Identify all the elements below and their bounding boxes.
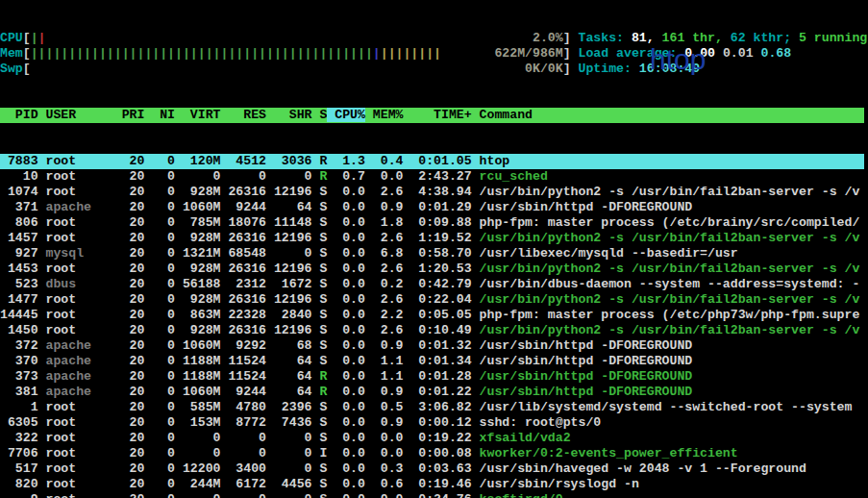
cpu-meter-gap (46, 31, 533, 45)
cell-res: 18076 (221, 215, 266, 230)
cell-user: apache (38, 354, 114, 368)
cell-ni: 0 (144, 154, 175, 168)
cell-state: S (311, 431, 327, 445)
spacer (571, 62, 579, 76)
cell-pid: 371 (0, 200, 38, 214)
process-row[interactable]: 806 root 20 0 785M 18076 11148 S 0.0 1.8… (0, 215, 864, 231)
cell-state: R (311, 169, 327, 184)
cell-res: 26316 (221, 323, 266, 337)
mem-meter-green-ticks: ||||||||||||||||||||||||||||||||||||||||… (31, 46, 373, 61)
cell-pid: 322 (0, 431, 38, 445)
cell-ni: 0 (144, 231, 175, 245)
process-row[interactable]: 373 apache 20 0 1188M 11524 64 R 0.0 1.1… (0, 369, 864, 385)
cell-pri: 20 (114, 415, 145, 430)
cell-state: S (311, 400, 327, 414)
process-row[interactable]: 381 apache 20 0 1060M 9244 64 R 0.0 0.9 … (0, 385, 864, 400)
cell-mem: 0.0 (365, 431, 404, 445)
process-row[interactable]: 1453 root 20 0 928M 26316 12196 S 0.0 2.… (0, 261, 864, 277)
meters-panel: CPU[|| 2.0%] Tasks: 81, 161 thr, 62 kthr… (0, 31, 868, 77)
column-header-shr[interactable]: SHR (266, 108, 311, 122)
process-row[interactable]: 370 apache 20 0 1188M 11524 64 S 0.0 1.1… (0, 354, 864, 369)
cell-shr: 0 (266, 492, 311, 498)
cell-pid: 1074 (0, 185, 38, 199)
process-row[interactable]: 14445 root 20 0 863M 22328 2840 S 0.0 2.… (0, 308, 864, 323)
cell-cpu: 0.0 (327, 400, 365, 414)
cell-res: 11524 (221, 369, 266, 384)
column-header-res[interactable]: RES (221, 108, 266, 122)
process-row[interactable]: 1074 root 20 0 928M 26316 12196 S 0.0 2.… (0, 185, 864, 200)
column-header-pid[interactable]: PID (0, 108, 38, 122)
column-header-ni[interactable]: NI (144, 108, 175, 122)
column-header-cpu[interactable]: CPU% (327, 108, 365, 122)
column-header-mem[interactable]: MEM% (365, 108, 404, 122)
cell-shr: 2396 (266, 400, 311, 414)
cell-cpu: 0.0 (327, 369, 365, 384)
process-row[interactable]: 9 root 20 0 0 0 0 S 0.0 0.0 0:24.76 ksof… (0, 492, 864, 498)
cell-res: 68548 (221, 246, 266, 261)
cell-ni: 0 (144, 200, 175, 214)
cell-res: 4512 (221, 154, 266, 168)
process-row[interactable]: 1 root 20 0 585M 4780 2396 S 0.0 0.5 3:0… (0, 400, 864, 415)
cell-state: S (311, 200, 327, 214)
process-row[interactable]: 10 root 20 0 0 0 0 R 0.7 0.0 2:43.27 rcu… (0, 169, 864, 185)
cell-state: S (311, 261, 327, 276)
swp-meter-line: Swp[ 0K/0K] Uptime: 16:08:49 (0, 62, 868, 77)
cell-command: php-fpm: master process (/etc/brainy/src… (472, 215, 860, 230)
cell-virt: 0 (175, 431, 220, 445)
cell-command: /usr/bin/dbus-daemon --system --address=… (472, 277, 860, 291)
process-row[interactable]: 322 root 20 0 0 0 0 S 0.0 0.0 0:19.22 xf… (0, 431, 864, 446)
cell-pri: 20 (114, 261, 145, 276)
process-row[interactable]: 1450 root 20 0 928M 26316 12196 S 0.0 2.… (0, 323, 864, 338)
load-value-1: 0.01 (715, 46, 754, 61)
process-row[interactable]: 927 mysql 20 0 1321M 68548 0 S 0.0 6.8 0… (0, 246, 864, 261)
column-header-s[interactable]: S (311, 108, 327, 122)
column-header-virt[interactable]: VIRT (175, 108, 220, 122)
process-row[interactable]: 7706 root 20 0 0 0 0 I 0.0 0.0 0:00.08 k… (0, 446, 864, 461)
cell-res: 6172 (221, 477, 266, 491)
cell-pri: 20 (114, 477, 145, 491)
cell-cpu: 0.0 (327, 215, 365, 230)
cell-command: /usr/sbin/rsyslogd -n (472, 477, 639, 491)
cell-pri: 20 (114, 492, 145, 498)
process-row[interactable]: 517 root 20 0 12200 3400 0 S 0.0 0.3 0:0… (0, 461, 864, 477)
cell-pri: 20 (114, 277, 145, 291)
cell-cpu: 1.3 (327, 154, 365, 168)
cell-pri: 20 (114, 200, 145, 214)
cell-user: apache (38, 369, 114, 384)
cell-ni: 0 (144, 461, 175, 476)
column-header-time[interactable]: TIME+ (403, 108, 471, 122)
column-header-pri[interactable]: PRI (114, 108, 145, 122)
cell-virt: 0 (175, 492, 220, 498)
cell-pid: 370 (0, 354, 38, 368)
cell-res: 9244 (221, 200, 266, 214)
cell-state: S (311, 354, 327, 368)
cell-shr: 1672 (266, 277, 311, 291)
column-header-user[interactable]: USER (38, 108, 114, 122)
process-row[interactable]: 372 apache 20 0 1060M 9292 68 S 0.0 0.9 … (0, 338, 864, 354)
cell-cpu: 0.0 (327, 185, 365, 199)
cell-state: I (311, 446, 327, 461)
process-row[interactable]: 820 root 20 0 244M 6172 4456 S 0.0 0.6 0… (0, 477, 864, 492)
tasks-value-3: 5 running (791, 31, 867, 45)
cell-mem: 2.2 (365, 308, 404, 322)
process-row[interactable]: 523 dbus 20 0 56188 2312 1672 S 0.0 0.2 … (0, 277, 864, 292)
cell-time: 0:00.12 (403, 415, 471, 430)
cell-command: /usr/sbin/httpd -DFOREGROUND (472, 369, 693, 384)
process-row[interactable]: 1457 root 20 0 928M 26316 12196 S 0.0 2.… (0, 231, 864, 246)
column-header-cmd[interactable]: Command (472, 108, 533, 122)
cell-cpu: 0.0 (327, 338, 365, 353)
cell-command: php-fpm: master process (/etc/php73w/php… (472, 308, 860, 322)
cell-mem: 0.0 (365, 492, 404, 498)
htop-terminal: CPU[|| 2.0%] Tasks: 81, 161 thr, 62 kthr… (0, 0, 868, 498)
cell-shr: 4456 (266, 477, 311, 491)
cell-res: 26316 (221, 231, 266, 245)
cell-command: /usr/sbin/httpd -DFOREGROUND (472, 200, 693, 214)
process-row[interactable]: 7883 root 20 0 120M 4512 3036 R 1.3 0.4 … (0, 154, 864, 169)
cell-ni: 0 (144, 292, 175, 307)
process-row[interactable]: 6305 root 20 0 153M 8772 7436 S 0.0 0.9 … (0, 415, 864, 431)
cell-virt: 1188M (175, 369, 220, 384)
process-row[interactable]: 371 apache 20 0 1060M 9244 64 S 0.0 0.9 … (0, 200, 864, 215)
cell-pid: 820 (0, 477, 38, 491)
cell-pri: 20 (114, 369, 145, 384)
process-row[interactable]: 1477 root 20 0 928M 26316 12196 S 0.0 2.… (0, 292, 864, 308)
